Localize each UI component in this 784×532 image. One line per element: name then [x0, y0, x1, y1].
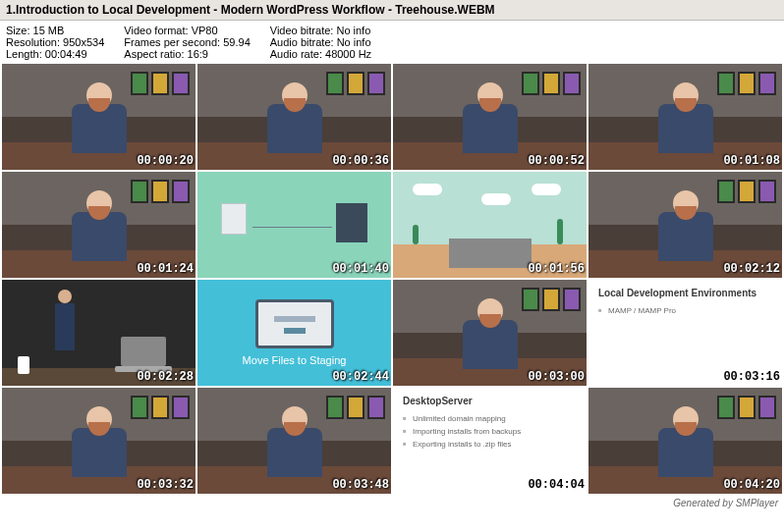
aspect-ratio-value: 16:9: [188, 48, 208, 60]
size-value: 15 MB: [33, 25, 65, 36]
thumbnail[interactable]: 00:03:00: [393, 280, 587, 386]
timestamp: 00:03:00: [528, 370, 585, 384]
slide-item: Exporting installs to .zip files: [403, 438, 577, 451]
length-value: 00:04:49: [45, 48, 87, 60]
size-label: Size:: [6, 25, 29, 36]
timestamp: 00:03:32: [137, 478, 194, 492]
footer-credit: Generated by SMPlayer: [0, 496, 784, 510]
metadata-block: Size: 15 MB Resolution: 950x534 Length: …: [0, 21, 784, 62]
audio-bitrate-value: No info: [337, 36, 371, 48]
video-format-value: VP80: [192, 25, 218, 36]
thumbnail[interactable]: 00:01:56: [393, 172, 587, 278]
timestamp: 00:00:20: [137, 154, 194, 168]
thumbnail[interactable]: 00:02:12: [588, 172, 782, 278]
thumbnail[interactable]: 00:03:32: [2, 388, 196, 494]
timestamp: 00:01:56: [528, 262, 585, 276]
slide-title: Local Development Environments: [598, 288, 772, 298]
timestamp: 00:02:28: [137, 370, 194, 384]
audio-bitrate-label: Audio bitrate:: [270, 36, 334, 48]
thumbnail[interactable]: 00:00:20: [2, 64, 196, 170]
timestamp: 00:01:24: [137, 262, 194, 276]
timestamp: 00:01:08: [723, 154, 780, 168]
video-bitrate-value: No info: [336, 25, 370, 36]
thumbnail[interactable]: 00:01:40: [197, 172, 391, 278]
thumbnail[interactable]: DesktopServer Unlimited domain mapping I…: [393, 388, 587, 494]
slide-item: Importing installs from backups: [403, 425, 577, 438]
timestamp: 00:03:16: [723, 370, 780, 384]
thumbnail[interactable]: 00:02:28: [2, 280, 196, 386]
thumbnail[interactable]: 00:03:48: [197, 388, 391, 494]
thumbnail[interactable]: Move Files to Staging00:02:44: [197, 280, 391, 386]
timestamp: 00:00:52: [528, 154, 585, 168]
timestamp: 00:02:12: [723, 262, 780, 276]
file-header: 1.Introduction to Local Development - Mo…: [0, 0, 784, 21]
length-label: Length:: [6, 48, 42, 60]
resolution-value: 950x534: [63, 36, 104, 48]
thumbnail[interactable]: Local Development Environments MAMP / MA…: [588, 280, 782, 386]
thumbnail[interactable]: 00:01:08: [588, 64, 782, 170]
fps-label: Frames per second:: [124, 36, 220, 48]
resolution-label: Resolution:: [6, 36, 60, 48]
timestamp: 00:03:48: [332, 478, 389, 492]
thumbnail-grid: 00:00:20 00:00:36 00:00:52 00:01:08 00:0…: [0, 62, 784, 496]
timestamp: 00:04:20: [723, 478, 780, 492]
slide-item: MAMP / MAMP Pro: [598, 304, 772, 317]
slide-item: Unlimited domain mapping: [403, 412, 577, 425]
file-title: 1.Introduction to Local Development - Mo…: [6, 3, 778, 17]
aspect-ratio-label: Aspect ratio:: [124, 48, 184, 60]
thumbnail[interactable]: 00:04:20: [588, 388, 782, 494]
slide-title: DesktopServer: [403, 396, 577, 406]
timestamp: 00:04:04: [528, 478, 585, 492]
audio-rate-value: 48000 Hz: [325, 48, 371, 60]
timestamp: 00:01:40: [332, 262, 389, 276]
fps-value: 59.94: [223, 36, 251, 48]
staging-label: Move Files to Staging: [243, 354, 347, 366]
thumbnail[interactable]: 00:00:52: [393, 64, 587, 170]
thumbnail[interactable]: 00:00:36: [197, 64, 391, 170]
video-format-label: Video format:: [124, 25, 188, 36]
video-bitrate-label: Video bitrate:: [270, 25, 334, 36]
thumbnail[interactable]: 00:01:24: [2, 172, 196, 278]
audio-rate-label: Audio rate:: [270, 48, 322, 60]
timestamp: 00:02:44: [332, 370, 389, 384]
timestamp: 00:00:36: [332, 154, 389, 168]
